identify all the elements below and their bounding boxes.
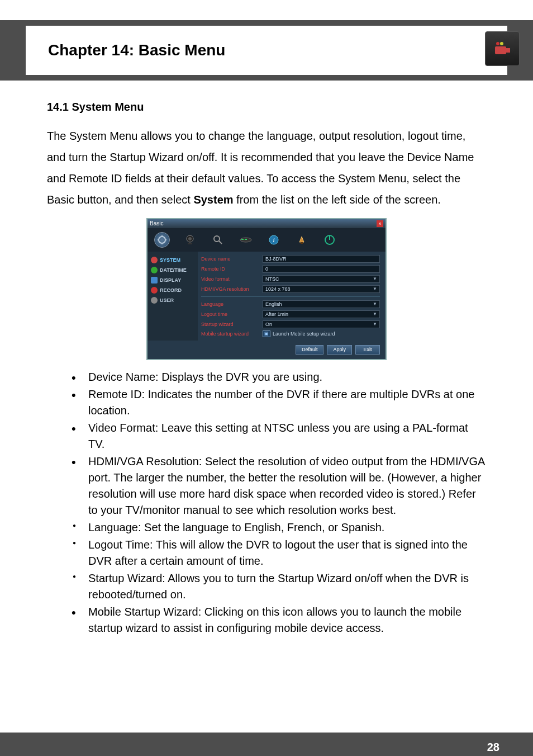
- svg-rect-6: [188, 243, 192, 244]
- sidebar-item-system[interactable]: SYSTEM: [147, 255, 198, 265]
- svg-point-7: [214, 236, 220, 242]
- svg-point-5: [188, 237, 192, 240]
- default-button[interactable]: Default: [296, 345, 324, 355]
- field-value: NTSC: [265, 276, 279, 282]
- separator: [201, 296, 380, 297]
- chevron-down-icon: ▼: [373, 276, 377, 282]
- field-row-language: Language English▼: [201, 300, 380, 308]
- header-band: Chapter 14: Basic Menu: [0, 20, 533, 81]
- logout-time-select[interactable]: After 1min▼: [263, 310, 380, 318]
- monitor-icon: [151, 277, 158, 284]
- list-item: Video Format: Leave this setting at NTSC…: [72, 420, 486, 452]
- svg-point-0: [496, 42, 499, 45]
- device-name-input[interactable]: BJ-8DVR: [263, 255, 380, 263]
- svg-rect-14: [301, 242, 303, 244]
- intro-bold: System: [193, 193, 233, 206]
- field-row-mobile-wizard: Mobile startup wizard ▣ Launch Mobile se…: [201, 330, 380, 337]
- field-value: BJ-8DVR: [265, 256, 287, 262]
- field-row-logout: Logout time After 1min▼: [201, 310, 380, 318]
- screenshot: Basic × i SYSTEM DATE/TIME DISP: [47, 218, 486, 360]
- resolution-select[interactable]: 1024 x 768▼: [263, 285, 380, 293]
- camera-icon: [485, 31, 520, 66]
- alarm-icon[interactable]: [294, 232, 310, 248]
- dvr-window-title: Basic: [150, 220, 163, 227]
- sidebar-label: DISPLAY: [160, 277, 181, 284]
- svg-point-1: [500, 42, 503, 45]
- info-icon[interactable]: i: [266, 232, 282, 248]
- dvr-sidebar: SYSTEM DATE/TIME DISPLAY RECORD USER: [147, 252, 198, 341]
- field-label: Language: [201, 301, 263, 308]
- field-label: Remote ID: [201, 266, 263, 272]
- sidebar-item-record[interactable]: RECORD: [147, 285, 198, 295]
- svg-rect-10: [241, 239, 244, 240]
- page: Chapter 14: Basic Menu 14.1 System Menu …: [0, 20, 533, 756]
- exit-button[interactable]: Exit: [355, 345, 380, 355]
- svg-text:i: i: [273, 237, 274, 243]
- bullet-text: : Set the language to English, French, o…: [138, 521, 384, 533]
- bullet-lead: Device Name:: [88, 371, 159, 383]
- svg-rect-11: [245, 239, 247, 240]
- sidebar-label: DATE/TIME: [160, 267, 187, 273]
- svg-rect-2: [495, 46, 506, 54]
- dvr-titlebar: Basic ×: [147, 219, 386, 228]
- video-format-select[interactable]: NTSC▼: [263, 275, 380, 283]
- intro-text-2: from the list on the left side of the sc…: [234, 193, 441, 206]
- gear-icon: [151, 257, 158, 263]
- svg-rect-3: [506, 48, 510, 53]
- mobile-wizard-text: Launch Mobile setup wizard: [273, 331, 335, 337]
- bullet-text: Displays the DVR you are using.: [159, 371, 322, 383]
- bullet-lead: HDMI/VGA Resolution:: [88, 455, 202, 467]
- field-label: Logout time: [201, 311, 263, 318]
- list-item: Remote ID: Indicates the number of the D…: [72, 386, 486, 419]
- field-value: On: [265, 322, 272, 328]
- sidebar-item-user[interactable]: USER: [147, 295, 198, 305]
- webcam-icon[interactable]: [182, 232, 198, 248]
- close-icon[interactable]: ×: [377, 220, 383, 227]
- network-icon[interactable]: [238, 232, 254, 248]
- field-value: 1024 x 768: [265, 286, 291, 292]
- sidebar-label: USER: [160, 297, 174, 304]
- dvr-toolbar: i: [147, 228, 386, 252]
- list-item: Language: Set the language to English, F…: [72, 519, 486, 536]
- list-item: Startup Wizard: Allows you to turn the S…: [72, 570, 486, 603]
- content: 14.1 System Menu The System Menu allows …: [0, 96, 533, 636]
- section-heading: 14.1 System Menu: [47, 96, 486, 117]
- remote-id-input[interactable]: 0: [263, 265, 380, 273]
- bullet-lead: Video Format:: [88, 422, 158, 434]
- list-item: Device Name: Displays the DVR you are us…: [72, 369, 486, 385]
- chapter-title: Chapter 14: Basic Menu: [48, 41, 225, 59]
- search-icon[interactable]: [210, 232, 226, 248]
- disc-icon: [151, 287, 158, 294]
- list-item: Mobile Startup Wizard: Clicking on this …: [72, 604, 486, 636]
- bullet-text: Indicates the number of the DVR if there…: [88, 388, 474, 417]
- field-row-video-format: Video format NTSC▼: [201, 275, 380, 283]
- footer-band: 28: [0, 733, 533, 756]
- tools-icon[interactable]: [154, 232, 170, 248]
- intro-paragraph: The System Menu allows you to change the…: [47, 125, 486, 210]
- field-label: Device name: [201, 256, 263, 262]
- field-value: 0: [265, 266, 268, 272]
- bullet-list: Device Name: Displays the DVR you are us…: [47, 369, 486, 636]
- user-icon: [151, 297, 158, 304]
- sidebar-item-datetime[interactable]: DATE/TIME: [147, 265, 198, 275]
- field-row-startup: Startup wizard On▼: [201, 320, 380, 328]
- clock-icon: [151, 267, 158, 273]
- chevron-down-icon: ▼: [373, 301, 377, 307]
- mobile-wizard-icon[interactable]: ▣: [263, 330, 270, 337]
- bullet-lead: Startup Wizard: [88, 572, 162, 584]
- startup-wizard-select[interactable]: On▼: [263, 320, 380, 328]
- header-inner: Chapter 14: Basic Menu: [26, 26, 507, 75]
- list-item: Logout Time: This will allow the DVR to …: [72, 537, 486, 569]
- apply-button[interactable]: Apply: [327, 345, 352, 355]
- power-icon[interactable]: [322, 232, 337, 248]
- field-row-device-name: Device name BJ-8DVR: [201, 255, 380, 263]
- sidebar-label: SYSTEM: [160, 257, 180, 263]
- field-label: Video format: [201, 276, 263, 282]
- field-label: HDMI/VGA resolution: [201, 286, 263, 292]
- chevron-down-icon: ▼: [373, 322, 377, 327]
- sidebar-item-display[interactable]: DISPLAY: [147, 275, 198, 285]
- dvr-window: Basic × i SYSTEM DATE/TIME DISP: [146, 218, 387, 360]
- language-select[interactable]: English▼: [263, 300, 380, 308]
- chevron-down-icon: ▼: [373, 311, 377, 317]
- sidebar-label: RECORD: [160, 287, 182, 294]
